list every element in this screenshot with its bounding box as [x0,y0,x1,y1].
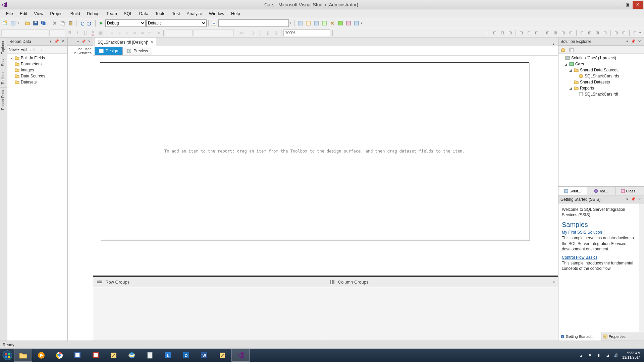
bullets-button[interactable]: ≣ [131,29,138,36]
tree-node-parameters[interactable]: Parameters [8,61,67,67]
class-view-tab[interactable]: Class... [615,187,644,195]
tool-button[interactable] [305,19,312,27]
solution-platform-dropdown[interactable]: Default [146,19,207,27]
italic-button[interactable]: I [74,29,81,36]
close-button[interactable]: ✕ [633,1,643,9]
align-tool-button[interactable]: ⊟ [533,29,540,36]
align-tool-button[interactable]: ⊟ [499,29,506,36]
cut-button[interactable] [51,19,58,27]
preview-tab[interactable]: Preview [122,47,152,55]
align-tool-button[interactable]: ⊟ [518,29,525,36]
tree-node-images[interactable]: Images [8,67,67,73]
close-icon[interactable]: ✕ [637,39,642,44]
getting-started-tab[interactable]: iGetting Started... [558,332,601,341]
sample-link-2[interactable]: Control Flow Basics [562,255,597,260]
layout-button[interactable]: ▯ [257,29,264,36]
align-tool-button[interactable]: ⊟ [491,29,498,36]
redo-button[interactable] [86,19,94,27]
align-tool-button[interactable]: ⊟ [526,29,532,36]
menu-view[interactable]: View [31,10,47,17]
tool-button[interactable] [329,19,336,27]
solution-explorer-tab[interactable]: Solut... [558,187,587,195]
close-icon[interactable]: ✕ [637,197,642,202]
menu-file[interactable]: File [3,10,16,17]
align-tool-button[interactable]: ⊞ [568,29,574,36]
move-up-icon[interactable]: ↑ [37,47,39,52]
team-explorer-tab[interactable]: Tea... [587,187,615,195]
panel-dropdown-icon[interactable]: ▾ [625,197,630,202]
copy-button[interactable] [59,19,66,27]
open-file-button[interactable] [24,19,31,27]
taskbar-media-player[interactable] [32,349,50,362]
start-button[interactable] [1,349,14,362]
tree-node-datasets[interactable]: Datasets [8,79,67,85]
bold-button[interactable]: B [66,29,73,36]
shared-data-sources-node[interactable]: ◢Shared Data Sources [559,67,643,73]
toolbox-tab[interactable]: Toolbox [0,69,7,87]
tab-overflow-icon[interactable]: ▾ [551,42,556,46]
tray-up-icon[interactable]: ▴ [579,353,584,358]
shared-datasets-node[interactable]: Shared Datasets [559,79,643,85]
reports-node[interactable]: ◢Reports [559,85,643,91]
tool-button[interactable] [353,19,360,27]
align-tool-button[interactable]: ⊞ [594,29,601,36]
tray-wifi-icon[interactable]: ◢ [605,353,610,358]
align-tool-button[interactable]: □ [484,29,490,36]
menu-data[interactable]: Data [136,10,152,17]
fill-color-button[interactable]: ▦ [97,29,104,36]
add-item-button[interactable] [9,19,17,27]
server-explorer-tab[interactable]: Server Explorer [0,38,7,69]
menu-sql[interactable]: SQL [120,10,136,17]
align-tool-button[interactable]: ⊞ [552,29,559,36]
increase-indent-button[interactable]: ⇥ [155,29,161,36]
close-icon[interactable]: ✕ [87,39,92,44]
layout-button[interactable]: ▯ [265,29,271,36]
font-color-button[interactable]: A [90,29,96,36]
delete-icon[interactable]: ✕ [32,47,36,52]
align-right-button[interactable]: ≡ [124,29,130,36]
menu-build[interactable]: Build [67,10,84,17]
groups-dropdown-icon[interactable]: ▾ [553,280,555,284]
tool-button[interactable] [337,19,344,27]
align-center-button[interactable]: ≡ [116,29,123,36]
menu-window[interactable]: Window [206,10,228,17]
canvas-area[interactable]: To add an item to the report: drag an it… [93,56,558,276]
align-tool-button[interactable]: ⊞ [579,29,585,36]
taskbar-word[interactable]: W [195,349,213,362]
taskbar-explorer[interactable] [14,349,32,362]
find-input[interactable] [218,19,289,27]
save-all-button[interactable] [40,19,47,27]
home-button[interactable] [560,46,567,53]
format-dropdown[interactable] [166,29,193,36]
zoom-dropdown[interactable]: 100% [283,29,330,36]
pin-icon[interactable]: 📌 [54,39,59,44]
tab-close-icon[interactable]: ✕ [150,40,153,44]
undo-button[interactable] [78,19,86,27]
tray-flag-icon[interactable]: ⚑ [587,353,593,358]
taskbar-visual-studio[interactable] [231,349,250,362]
data-source-item[interactable]: SQLShackCars.rds [559,73,643,79]
move-down-icon[interactable]: ↓ [40,47,42,52]
report-canvas[interactable]: To add an item to the report: drag an it… [100,62,529,240]
align-tool-button[interactable]: ⊞ [621,29,627,36]
panel-dropdown-icon[interactable]: ▾ [48,39,53,44]
tree-node-builtin-fields[interactable]: ▸Built-in Fields [8,55,67,61]
underline-button[interactable]: U [82,29,89,36]
tray-volume-icon[interactable]: 🔊 [613,353,619,358]
solution-config-dropdown[interactable]: Debug [105,19,146,27]
minimize-button[interactable]: — [612,1,623,9]
align-tool-button[interactable]: ⊞ [586,29,593,36]
panel-dropdown-icon[interactable]: ▾ [75,39,80,44]
menu-test[interactable]: Test [169,10,183,17]
align-tool-button[interactable]: ⊞ [560,29,567,36]
align-tool-button[interactable]: ⊞ [632,29,638,36]
pin-icon[interactable]: 📌 [631,197,636,202]
font-size-dropdown[interactable] [49,29,65,36]
menu-help[interactable]: Help [228,10,244,17]
menu-tools[interactable]: Tools [152,10,168,17]
dropdown-arrow-icon[interactable]: ▾ [289,21,293,25]
tool-button[interactable] [321,19,328,27]
taskbar-app[interactable] [213,349,231,362]
taskbar-app[interactable] [68,349,87,362]
toolbar-overflow-icon[interactable]: ▾ [361,21,364,25]
